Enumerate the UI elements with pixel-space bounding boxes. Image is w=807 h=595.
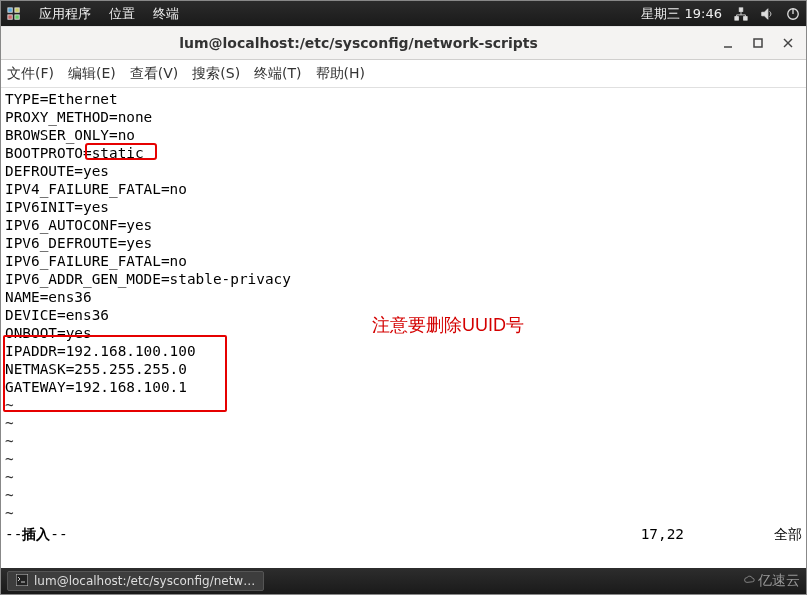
config-line: IPV6_ADDR_GEN_MODE=stable-privacy: [5, 270, 806, 288]
terminal-area[interactable]: TYPE=Ethernet PROXY_METHOD=none BROWSER_…: [1, 88, 806, 566]
svg-rect-6: [744, 16, 748, 20]
svg-rect-5: [735, 16, 739, 20]
svg-rect-1: [15, 7, 19, 11]
system-top-bar: 应用程序 位置 终端 星期三 19:46: [1, 1, 806, 26]
config-line: BROWSER_ONLY=no: [5, 126, 806, 144]
config-line: IPV6_FAILURE_FATAL=no: [5, 252, 806, 270]
menu-edit[interactable]: 编辑(E): [68, 65, 116, 83]
vim-tilde: ~: [5, 432, 806, 450]
svg-rect-4: [739, 7, 743, 11]
svg-rect-13: [16, 574, 28, 586]
vim-tilde: ~: [5, 468, 806, 486]
config-line: IPV6_AUTOCONF=yes: [5, 216, 806, 234]
vim-mode-suffix: --: [50, 525, 67, 543]
vim-position: 17,22: [641, 525, 684, 543]
svg-rect-3: [15, 14, 19, 18]
menu-applications[interactable]: 应用程序: [39, 5, 91, 23]
svg-rect-2: [8, 14, 12, 18]
power-icon[interactable]: [786, 7, 800, 21]
vim-mode-prefix: --: [5, 525, 22, 543]
maximize-button[interactable]: [748, 33, 768, 53]
terminal-icon: [16, 574, 28, 589]
menu-search[interactable]: 搜索(S): [192, 65, 240, 83]
volume-icon[interactable]: [760, 7, 774, 21]
vim-scroll: 全部: [774, 525, 802, 543]
window-titlebar[interactable]: lum@localhost:/etc/sysconfig/network-scr…: [1, 26, 806, 60]
annotation-text: 注意要删除UUID号: [372, 316, 524, 334]
vim-tilde: ~: [5, 486, 806, 504]
highlight-bootproto: [85, 143, 157, 160]
taskbar-item-terminal[interactable]: lum@localhost:/etc/sysconfig/netw…: [7, 571, 264, 591]
menu-file[interactable]: 文件(F): [7, 65, 54, 83]
menu-terminal-item[interactable]: 终端(T): [254, 65, 301, 83]
cloud-icon: [744, 574, 756, 589]
menubar: 文件(F) 编辑(E) 查看(V) 搜索(S) 终端(T) 帮助(H): [1, 60, 806, 88]
apps-launcher-icon[interactable]: [7, 7, 21, 21]
menu-terminal[interactable]: 终端: [153, 5, 179, 23]
vim-mode: 插入: [22, 525, 50, 543]
config-line: IPV6_DEFROUTE=yes: [5, 234, 806, 252]
watermark-text: 亿速云: [758, 572, 800, 590]
minimize-button[interactable]: [718, 33, 738, 53]
close-button[interactable]: [778, 33, 798, 53]
menu-view[interactable]: 查看(V): [130, 65, 179, 83]
svg-rect-0: [8, 7, 12, 11]
config-line: TYPE=Ethernet: [5, 90, 806, 108]
config-line: DEFROUTE=yes: [5, 162, 806, 180]
menu-help[interactable]: 帮助(H): [316, 65, 365, 83]
watermark: 亿速云: [744, 572, 800, 590]
network-icon[interactable]: [734, 7, 748, 21]
menu-places[interactable]: 位置: [109, 5, 135, 23]
window-title: lum@localhost:/etc/sysconfig/network-scr…: [9, 35, 708, 51]
config-line: PROXY_METHOD=none: [5, 108, 806, 126]
taskbar-item-label: lum@localhost:/etc/sysconfig/netw…: [34, 574, 255, 588]
config-line: NAME=ens36: [5, 288, 806, 306]
vim-tilde: ~: [5, 504, 806, 522]
clock-text[interactable]: 星期三 19:46: [641, 5, 722, 23]
vim-status-line: -- 插入 -- 17,22 全部: [5, 525, 802, 543]
vim-tilde: ~: [5, 414, 806, 432]
config-line: IPV4_FAILURE_FATAL=no: [5, 180, 806, 198]
svg-rect-10: [754, 39, 762, 47]
highlight-ip-block: [3, 335, 227, 412]
config-line: IPV6INIT=yes: [5, 198, 806, 216]
bottom-taskbar: lum@localhost:/etc/sysconfig/netw… 亿速云: [1, 568, 806, 594]
vim-tilde: ~: [5, 450, 806, 468]
